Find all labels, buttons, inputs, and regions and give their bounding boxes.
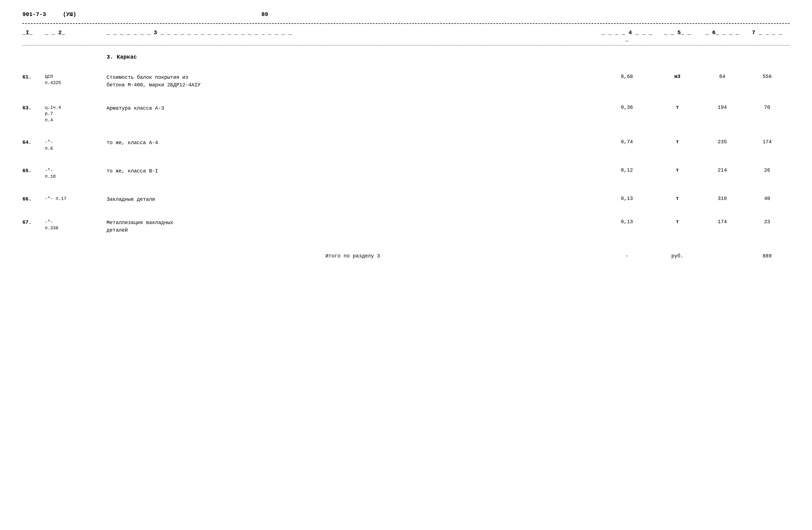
row-number: 64. xyxy=(23,139,45,145)
row-unit: т xyxy=(655,196,700,201)
row-total: 23 xyxy=(745,219,789,225)
row-ref: -"-п.6 xyxy=(45,139,106,152)
doc-number: 901-7-3 xyxy=(23,11,46,18)
row-ref: -"- п.17 xyxy=(45,196,106,202)
row-total: 556 xyxy=(745,74,789,79)
row-number: 63. xyxy=(23,105,45,111)
summary-total: 889 xyxy=(745,253,789,259)
row-number: 61. xyxy=(23,74,45,80)
row-total: 40 xyxy=(745,196,789,201)
row-unit: т xyxy=(655,105,700,110)
row-ref: ц.1ч.4р.7п.4 xyxy=(45,105,106,123)
row-price: 174 xyxy=(700,219,745,225)
col-header-3: _ _ _ _ _ _ _ 3 _ _ _ _ _ _ _ _ _ _ _ _ … xyxy=(106,29,599,36)
row-qty: 0,13 xyxy=(599,219,655,225)
row-number: 66. xyxy=(23,196,45,202)
row-price: 310 xyxy=(700,196,745,201)
row-number: 67. xyxy=(23,219,45,225)
row-unit: т xyxy=(655,219,700,225)
summary-dash: - xyxy=(599,253,655,259)
table-row: 61. ЦСПп.4325 Стоимость балок покрытия и… xyxy=(23,69,789,94)
row-ref: -"-п.10 xyxy=(45,167,106,180)
col-header-7: 7 _ _ _ _ xyxy=(745,29,789,36)
row-qty: 8,68 xyxy=(599,74,655,79)
row-description: Стоимость балок покрытия избетона М-400,… xyxy=(106,74,599,89)
page-header: 901-7-3 (УШ) 89 xyxy=(23,11,789,18)
row-qty: 0,12 xyxy=(599,167,655,173)
section-title: 3. Каркас xyxy=(106,54,789,60)
row-description: то же, класса А-4 xyxy=(106,139,599,147)
row-total: 26 xyxy=(745,167,789,173)
col-header-6: _ 6_ _ _ _ xyxy=(700,29,745,36)
summary-empty-num xyxy=(23,257,45,257)
row-qty: 0,74 xyxy=(599,139,655,145)
col-header-4: _ _ _ _ 4 _ _ _ _ xyxy=(599,29,655,42)
row-total: 70 xyxy=(745,105,789,110)
top-divider xyxy=(23,23,789,24)
table-row: 63. ц.1ч.4р.7п.4 Арматура класса А-3 0,3… xyxy=(23,100,789,129)
column-headers: _I_ _ _ 2_ _ _ _ _ _ _ _ 3 _ _ _ _ _ _ _… xyxy=(23,27,789,45)
row-unit: м3 xyxy=(655,74,700,79)
page-number: 89 xyxy=(261,11,268,18)
row-description: Закладные детали xyxy=(106,196,599,203)
summary-unit: руб. xyxy=(655,253,700,259)
col-header-5: _ _ 5_ _ xyxy=(655,29,700,36)
summary-row: Итого по разделу 3 - руб. 889 xyxy=(23,248,789,264)
row-description: то же, класса В-I xyxy=(106,167,599,175)
row-total: 174 xyxy=(745,139,789,145)
row-qty: 0,13 xyxy=(599,196,655,201)
row-number: 65. xyxy=(23,167,45,174)
row-qty: 0,36 xyxy=(599,105,655,110)
row-unit: т xyxy=(655,167,700,173)
doc-type: (УШ) xyxy=(63,11,76,18)
table-row: 67. -"-п.336 Металлизация вакладныхдетал… xyxy=(23,214,789,239)
row-unit: т xyxy=(655,139,700,145)
row-price: 214 xyxy=(700,167,745,173)
table-row: 66. -"- п.17 Закладные детали 0,13 т 310… xyxy=(23,191,789,208)
row-description: Арматура класса А-3 xyxy=(106,105,599,112)
row-ref: -"-п.336 xyxy=(45,219,106,232)
row-price: 194 xyxy=(700,105,745,110)
row-ref: ЦСПп.4325 xyxy=(45,74,106,86)
table-row: 64. -"-п.6 то же, класса А-4 0,74 т 235 … xyxy=(23,134,789,157)
row-description: Металлизация вакладныхдеталей xyxy=(106,219,599,234)
col-header-1: _I_ xyxy=(23,29,45,36)
table-row: 65. -"-п.10 то же, класса В-I 0,12 т 214… xyxy=(23,162,789,185)
col-header-2: _ _ 2_ xyxy=(45,29,106,36)
summary-label: Итого по разделу 3 xyxy=(106,253,599,259)
row-price: 235 xyxy=(700,139,745,145)
row-price: 64 xyxy=(700,74,745,79)
